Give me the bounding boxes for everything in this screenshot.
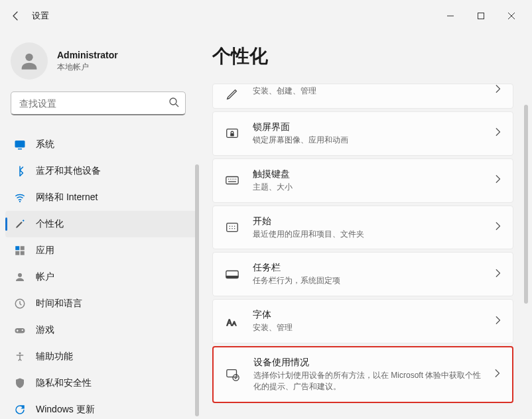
- svg-point-14: [19, 352, 21, 354]
- sidebar-item-personalization[interactable]: 个性化: [5, 211, 196, 237]
- sidebar-item-privacy[interactable]: 隐私和安全性: [5, 370, 196, 396]
- sidebar: Administrator 本地帐户 系统蓝牙和其他设备网络和 Internet…: [0, 32, 199, 419]
- row-sub: 最近使用的应用和项目、文件夹: [253, 229, 485, 240]
- nav-list: 系统蓝牙和其他设备网络和 Internet个性化应用帐户时间和语言游戏辅助功能隐…: [0, 131, 196, 419]
- svg-rect-0: [478, 13, 484, 19]
- setting-row-touchkb[interactable]: 触摸键盘主题、大小: [212, 158, 513, 203]
- account-name: Administrator: [57, 50, 118, 60]
- svg-point-20: [232, 225, 232, 226]
- taskbar-icon: [224, 266, 241, 283]
- update-icon: [13, 403, 27, 416]
- sidebar-item-system[interactable]: 系统: [5, 131, 196, 158]
- svg-point-13: [22, 329, 23, 331]
- avatar: [11, 42, 48, 80]
- access-icon: [13, 350, 27, 363]
- sidebar-item-network[interactable]: 网络和 Internet: [5, 184, 196, 211]
- svg-point-22: [230, 228, 230, 229]
- sidebar-item-label: 个性化: [36, 218, 64, 230]
- row-title: 任务栏: [253, 262, 485, 274]
- close-button[interactable]: [496, 5, 527, 27]
- sidebar-item-accessibility[interactable]: 辅助功能: [5, 343, 196, 370]
- sidebar-item-apps[interactable]: 应用: [5, 237, 196, 264]
- setting-row-taskbar[interactable]: 任务栏任务栏行为，系统固定项: [212, 252, 513, 296]
- usage-icon: [224, 366, 241, 383]
- chevron-right-icon: [493, 174, 502, 186]
- svg-rect-16: [230, 133, 234, 137]
- account-type: 本地帐户: [57, 62, 118, 73]
- svg-rect-17: [226, 177, 238, 184]
- svg-point-19: [230, 225, 230, 226]
- chevron-right-icon: [493, 84, 502, 96]
- search-icon: [168, 97, 179, 110]
- back-button[interactable]: [5, 5, 27, 27]
- sidebar-item-update[interactable]: Windows 更新: [5, 396, 196, 419]
- svg-point-24: [234, 228, 235, 229]
- row-sub: 主题、大小: [253, 182, 485, 193]
- sidebar-item-bluetooth[interactable]: 蓝牙和其他设备: [5, 158, 196, 184]
- apps-icon: [13, 244, 27, 257]
- person-icon: [13, 270, 27, 284]
- keyboard-icon: [224, 172, 241, 189]
- sidebar-item-label: 隐私和安全性: [36, 377, 92, 389]
- window-title: 设置: [32, 10, 49, 22]
- row-sub: 任务栏行为，系统固定项: [253, 275, 485, 286]
- page-title: 个性化: [212, 44, 513, 69]
- main-scrollbar[interactable]: [524, 105, 528, 304]
- search-box[interactable]: [11, 91, 186, 115]
- svg-point-1: [25, 54, 33, 61]
- sidebar-item-label: 游戏: [36, 324, 54, 336]
- setting-row-themes[interactable]: 安装、创建、管理: [212, 84, 513, 109]
- setting-row-usage[interactable]: 设备使用情况选择你计划使用设备的所有方法，以在 Microsoft 体验中获取个…: [212, 346, 513, 403]
- svg-point-23: [232, 228, 232, 229]
- row-title: 触摸键盘: [253, 168, 485, 180]
- row-sub: 安装、管理: [253, 322, 485, 333]
- game-icon: [13, 324, 27, 337]
- chevron-right-icon: [493, 221, 502, 233]
- maximize-button[interactable]: [466, 5, 496, 27]
- setting-row-start[interactable]: 开始最近使用的应用和项目、文件夹: [212, 206, 513, 250]
- account-header[interactable]: Administrator 本地帐户: [0, 32, 196, 91]
- svg-rect-18: [227, 223, 238, 232]
- svg-rect-6: [15, 246, 19, 250]
- row-title: 字体: [253, 309, 485, 321]
- pen-icon: [224, 86, 241, 103]
- chevron-right-icon: [492, 369, 501, 381]
- setting-row-fonts[interactable]: AA 字体安装、管理: [212, 299, 513, 343]
- minimize-button[interactable]: [435, 5, 466, 27]
- search-input[interactable]: [11, 91, 186, 115]
- sidebar-item-label: 应用: [36, 245, 54, 257]
- row-sub: 安装、创建、管理: [253, 86, 485, 97]
- row-title: 开始: [253, 215, 485, 227]
- setting-row-lockscreen[interactable]: 锁屏界面锁定屏幕图像、应用和动画: [212, 111, 513, 156]
- sidebar-item-gaming[interactable]: 游戏: [5, 317, 196, 343]
- svg-rect-3: [15, 141, 25, 148]
- svg-point-21: [234, 225, 235, 226]
- wifi-icon: [13, 191, 27, 204]
- svg-rect-29: [227, 369, 237, 377]
- chevron-right-icon: [493, 316, 502, 328]
- svg-rect-8: [15, 251, 19, 255]
- svg-point-5: [19, 201, 21, 202]
- svg-rect-7: [21, 246, 25, 250]
- sidebar-item-label: 网络和 Internet: [36, 192, 98, 204]
- svg-rect-4: [18, 149, 22, 150]
- paint-icon: [13, 217, 27, 231]
- sidebar-item-time[interactable]: 时间和语言: [5, 290, 196, 317]
- system-icon: [13, 138, 27, 151]
- svg-text:A: A: [227, 318, 232, 327]
- settings-list: 安装、创建、管理 锁屏界面锁定屏幕图像、应用和动画 触摸键盘主题、大小 开始最近…: [212, 84, 513, 403]
- lock-icon: [224, 125, 241, 142]
- sidebar-item-label: 辅助功能: [36, 351, 73, 363]
- start-icon: [224, 219, 241, 236]
- svg-point-2: [170, 98, 176, 105]
- bluetooth-icon: [13, 164, 27, 178]
- sidebar-item-accounts[interactable]: 帐户: [5, 264, 196, 290]
- svg-rect-9: [21, 251, 25, 255]
- svg-rect-26: [226, 276, 238, 278]
- sidebar-item-label: Windows 更新: [36, 404, 95, 416]
- svg-point-10: [18, 273, 22, 277]
- sidebar-item-label: 帐户: [36, 271, 54, 283]
- svg-point-30: [233, 375, 239, 381]
- title-bar: 设置: [0, 0, 532, 32]
- clock-icon: [13, 297, 27, 310]
